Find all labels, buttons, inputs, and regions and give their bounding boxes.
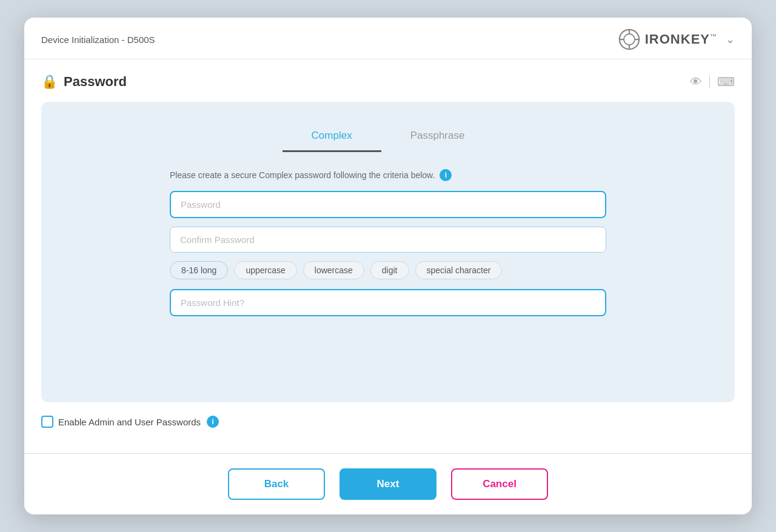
ironkey-logo-icon — [618, 28, 640, 50]
content-area: 🔒 Password 👁 ⌨ Complex Passphrase — [24, 59, 752, 442]
section-header: 🔒 Password 👁 ⌨ — [41, 74, 735, 90]
header-actions: 👁 ⌨ — [690, 75, 735, 89]
cancel-button[interactable]: Cancel — [451, 468, 548, 500]
footer: Back Next Cancel — [24, 454, 752, 514]
criteria-uppercase: uppercase — [234, 261, 296, 279]
password-input[interactable] — [170, 191, 606, 218]
criteria-digit: digit — [370, 261, 409, 279]
enable-admin-user-checkbox[interactable] — [41, 416, 53, 428]
svg-point-1 — [624, 34, 635, 45]
next-button[interactable]: Next — [340, 468, 436, 500]
main-window: Device Initialization - D500S IRONKEY™ ⌄… — [24, 18, 752, 514]
info-icon[interactable]: i — [440, 169, 452, 181]
main-card: Complex Passphrase Please create a secur… — [41, 102, 735, 402]
tab-passphrase[interactable]: Passphrase — [381, 124, 494, 152]
keyboard-icon[interactable]: ⌨ — [717, 75, 735, 89]
criteria-length: 8-16 long — [170, 261, 228, 279]
checkbox-row: Enable Admin and User Passwords i — [41, 402, 735, 428]
instructions-row: Please create a secure Complex password … — [170, 169, 606, 181]
section-title: Password — [64, 74, 127, 90]
back-button[interactable]: Back — [228, 468, 325, 500]
password-hint-input[interactable] — [170, 289, 606, 316]
header-divider — [709, 75, 710, 88]
criteria-special: special character — [415, 261, 503, 279]
checkbox-label: Enable Admin and User Passwords — [58, 417, 201, 427]
tab-complex[interactable]: Complex — [283, 124, 381, 152]
instructions-text: Please create a secure Complex password … — [170, 170, 435, 180]
confirm-password-input[interactable] — [170, 227, 606, 253]
section-title-group: 🔒 Password — [41, 74, 127, 90]
criteria-row: 8-16 long uppercase lowercase digit spec… — [170, 261, 606, 279]
window-title: Device Initialization - D500S — [41, 35, 155, 45]
eye-icon[interactable]: 👁 — [690, 75, 702, 89]
ironkey-brand-text: IRONKEY™ — [645, 32, 717, 47]
chevron-down-icon[interactable]: ⌄ — [726, 33, 735, 46]
title-bar: Device Initialization - D500S IRONKEY™ ⌄ — [24, 18, 752, 59]
criteria-lowercase: lowercase — [303, 261, 364, 279]
lock-icon: 🔒 — [41, 74, 58, 90]
checkbox-info-icon[interactable]: i — [207, 416, 219, 428]
tab-bar: Complex Passphrase — [65, 124, 711, 152]
ironkey-logo: IRONKEY™ ⌄ — [618, 28, 735, 50]
